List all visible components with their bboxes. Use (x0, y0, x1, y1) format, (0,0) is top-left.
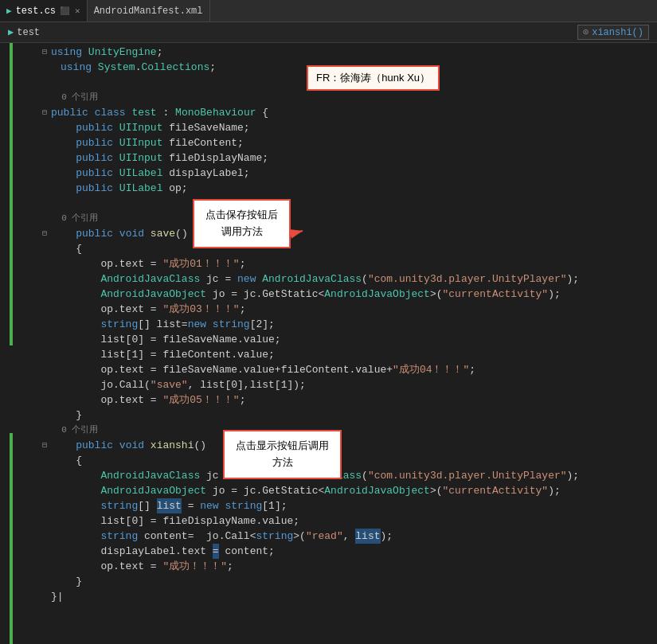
author-annotation: FR：徐海涛（hunk Xu） (307, 65, 440, 91)
code-line: op.text = "成功03！！！"; (14, 302, 657, 317)
tab-test-cs[interactable]: ▶ test.cs ⬛ ✕ (0, 0, 88, 21)
tab-manifest[interactable]: AndroidManifest.xml (88, 0, 210, 21)
code-line: string[] list=new string[2]; (14, 317, 657, 332)
title-bar: ▶ test.cs ⬛ ✕ AndroidManifest.xml (0, 0, 657, 22)
app-window: ▶ test.cs ⬛ ✕ AndroidManifest.xml ▶ test… (0, 0, 657, 644)
code-content[interactable]: ⊟ using UnityEngine; using System.Collec… (14, 43, 657, 644)
tab-manifest-label: AndroidManifest.xml (94, 6, 203, 17)
code-line: AndroidJavaClass jc = new AndroidJavaCla… (14, 271, 657, 287)
code-line: list[1] = fileContent.value; (14, 347, 657, 362)
code-line: } (14, 574, 657, 589)
code-line: op.text = "成功！！！"; (14, 559, 657, 574)
file-bar: ▶ test ⊙ xianshi() (0, 22, 657, 43)
tab-modified: ⬛ (60, 6, 69, 16)
tab-label: test.cs (16, 6, 56, 17)
code-line: op.text = fileSaveName.value+fileContent… (14, 362, 657, 377)
code-line: AndroidJavaObject jo = jc.GetStatic<Andr… (14, 483, 657, 498)
code-line: op.text = "成功01！！！"; (14, 256, 657, 271)
code-line: string content= jo.Call<string>("read", … (14, 529, 657, 544)
code-line: public UIInput fileContent; (14, 135, 657, 150)
code-line: list[0] = fileSaveName.value; (14, 332, 657, 347)
code-line: public UIInput fileDisplayName; (14, 150, 657, 166)
ref-count-line-2: 0 个引用 (14, 211, 657, 226)
code-line: list[0] = fileDisplayName.value; (14, 513, 657, 529)
code-line: string[] list = new string[1]; (14, 498, 657, 513)
code-line: jo.Call("save", list[0],list[1]); (14, 377, 657, 392)
code-line: { (14, 241, 657, 256)
code-line: displayLabel.text = content; (14, 544, 657, 559)
gutter (0, 43, 14, 644)
code-line: public UILabel displayLabel; (14, 166, 657, 181)
code-line: public UIInput fileSaveName; (14, 120, 657, 135)
file-path: ▶ test (8, 26, 40, 38)
code-line: public UILabel op; (14, 181, 657, 196)
code-line: } (14, 408, 657, 423)
save-method-callout: 点击保存按钮后调用方法 (193, 199, 291, 248)
tab-close-button[interactable]: ✕ (75, 6, 80, 16)
code-line: ⊟ public void save() (14, 226, 657, 241)
code-line: op.text = "成功05！！！"; (14, 392, 657, 408)
code-line: }| (14, 589, 657, 604)
code-line: AndroidJavaObject jo = jc.GetStatic<Andr… (14, 287, 657, 302)
method-dropdown[interactable]: ⊙ xianshi() (577, 25, 649, 40)
code-line: ⊟ public class test : MonoBehaviour { (14, 105, 657, 120)
file-icon: ▶ (6, 6, 12, 16)
code-area: ⊟ using UnityEngine; using System.Collec… (0, 43, 657, 644)
xianshi-method-callout: 点击显示按钮后调用方法 (223, 430, 342, 479)
ref-count-line: 0 个引用 (14, 90, 657, 105)
code-line: ⊟ using UnityEngine; (14, 45, 657, 60)
